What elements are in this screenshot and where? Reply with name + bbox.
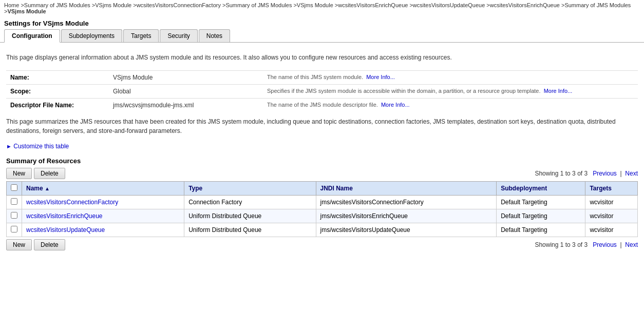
fields-table: Name: VSjms Module The name of this JMS … [6, 70, 638, 112]
row3-subdeployment: Default Targeting [497, 223, 585, 237]
scope-more-info-link[interactable]: More Info... [544, 88, 573, 94]
row1-checkbox-col [7, 196, 22, 209]
tab-subdeployments[interactable]: Subdeployments [61, 29, 122, 42]
descriptor-more-info-link[interactable]: More Info... [381, 102, 410, 108]
row2-targets: wcvisitor [585, 209, 638, 223]
header-jndi-name: JNDI Name [316, 182, 497, 196]
next-link-top[interactable]: Next [625, 170, 638, 177]
row3-targets: wcvisitor [585, 223, 638, 237]
row2-name-link[interactable]: wcsitesVisitorsEnrichQueue [26, 212, 103, 220]
resources-table: Name ▲ Type JNDI Name Subdeployment Targ… [6, 181, 638, 237]
row2-subdeployment: Default Targeting [497, 209, 585, 223]
bottom-new-button[interactable]: New [6, 239, 32, 250]
field-row-scope: Scope: Global Specifies if the JMS syste… [6, 85, 638, 99]
row1-targets: wcvisitor [585, 196, 638, 209]
header-checkbox-col [7, 182, 22, 196]
name-label: Name: [6, 71, 109, 85]
row2-name: wcsitesVisitorsEnrichQueue [22, 209, 184, 223]
name-value: VSjms Module [109, 71, 263, 85]
row3-checkbox-col [7, 223, 22, 237]
tab-bar: Configuration Subdeployments Targets Sec… [0, 29, 644, 43]
top-toolbar-left: New Delete [6, 168, 65, 179]
row2-checkbox[interactable] [11, 212, 17, 219]
row3-name: wcsitesVisitorsUpdateQueue [22, 223, 184, 237]
top-new-button[interactable]: New [6, 168, 32, 179]
row3-checkbox[interactable] [11, 226, 17, 232]
descriptor-desc: The name of the JMS module descriptor fi… [263, 99, 638, 112]
page-title: Settings for VSjms Module [0, 16, 644, 29]
previous-link-bottom[interactable]: Previous [593, 241, 617, 248]
row2-type: Uniform Distributed Queue [184, 209, 316, 223]
customize-arrow-icon: ► [6, 143, 12, 149]
row3-name-link[interactable]: wcsitesVisitorsUpdateQueue [26, 226, 105, 234]
info-text: This page displays general information a… [6, 53, 638, 62]
name-sort-icon: ▲ [45, 186, 50, 191]
breadcrumb: Home >Summary of JMS Modules >VSjms Modu… [0, 0, 644, 16]
tab-notes[interactable]: Notes [199, 29, 230, 42]
bottom-toolbar: New Delete Showing 1 to 3 of 3 Previous … [6, 239, 638, 250]
descriptor-label: Descriptor File Name: [6, 99, 109, 112]
top-delete-button[interactable]: Delete [34, 168, 65, 179]
customize-section: ► Customize this table [6, 143, 638, 153]
row1-checkbox[interactable] [11, 198, 17, 205]
row1-subdeployment: Default Targeting [497, 196, 585, 209]
header-name: Name ▲ [22, 182, 184, 196]
tab-security[interactable]: Security [160, 29, 197, 42]
row3-jndi-name: jms/wcsitesVisitorsUpdateQueue [316, 223, 497, 237]
descriptor-value: jms/wcsvsjmsmodule-jms.xml [109, 99, 263, 112]
header-subdeployment: Subdeployment [497, 182, 585, 196]
tab-configuration[interactable]: Configuration [4, 29, 60, 43]
row1-name-link[interactable]: wcsitesVisitorsConnectionFactory [26, 199, 118, 206]
next-link-bottom[interactable]: Next [625, 241, 638, 248]
tab-targets[interactable]: Targets [123, 29, 159, 42]
field-row-name: Name: VSjms Module The name of this JMS … [6, 71, 638, 85]
row3-type: Uniform Distributed Queue [184, 223, 316, 237]
header-targets: Targets [585, 182, 638, 196]
table-row: wcsitesVisitorsUpdateQueue Uniform Distr… [7, 223, 638, 237]
section-title: Summary of Resources [6, 157, 638, 165]
previous-link-top[interactable]: Previous [593, 170, 617, 177]
name-more-info-link[interactable]: More Info... [366, 74, 395, 80]
header-type: Type [184, 182, 316, 196]
row2-jndi-name: jms/wcsitesVisitorsEnrichQueue [316, 209, 497, 223]
top-toolbar-right: Showing 1 to 3 of 3 Previous | Next [535, 170, 638, 177]
bottom-toolbar-left: New Delete [6, 239, 65, 250]
row1-name: wcsitesVisitorsConnectionFactory [22, 196, 184, 209]
name-desc: The name of this JMS system module. More… [263, 71, 638, 85]
row2-checkbox-col [7, 209, 22, 223]
summary-text: This page summarizes the JMS resources t… [6, 117, 638, 135]
row1-jndi-name: jms/wcsitesVisitorsConnectionFactory [316, 196, 497, 209]
scope-desc: Specifies if the JMS system module is ac… [263, 85, 638, 99]
bottom-delete-button[interactable]: Delete [34, 239, 65, 250]
breadcrumb-current: VSjms Module [7, 8, 46, 14]
row1-type: Connection Factory [184, 196, 316, 209]
main-content: This page displays general information a… [0, 43, 644, 256]
select-all-checkbox[interactable] [11, 184, 17, 191]
showing-text-bottom: Showing 1 to 3 of 3 [535, 241, 588, 248]
table-header-row: Name ▲ Type JNDI Name Subdeployment Targ… [7, 182, 638, 196]
scope-label: Scope: [6, 85, 109, 99]
table-row: wcsitesVisitorsConnectionFactory Connect… [7, 196, 638, 209]
top-toolbar: New Delete Showing 1 to 3 of 3 Previous … [6, 168, 638, 179]
field-row-descriptor: Descriptor File Name: jms/wcsvsjmsmodule… [6, 99, 638, 112]
bottom-toolbar-right: Showing 1 to 3 of 3 Previous | Next [535, 241, 638, 248]
scope-value: Global [109, 85, 263, 99]
showing-text-top: Showing 1 to 3 of 3 [535, 170, 588, 177]
customize-table-link[interactable]: Customize this table [13, 143, 69, 150]
table-row: wcsitesVisitorsEnrichQueue Uniform Distr… [7, 209, 638, 223]
